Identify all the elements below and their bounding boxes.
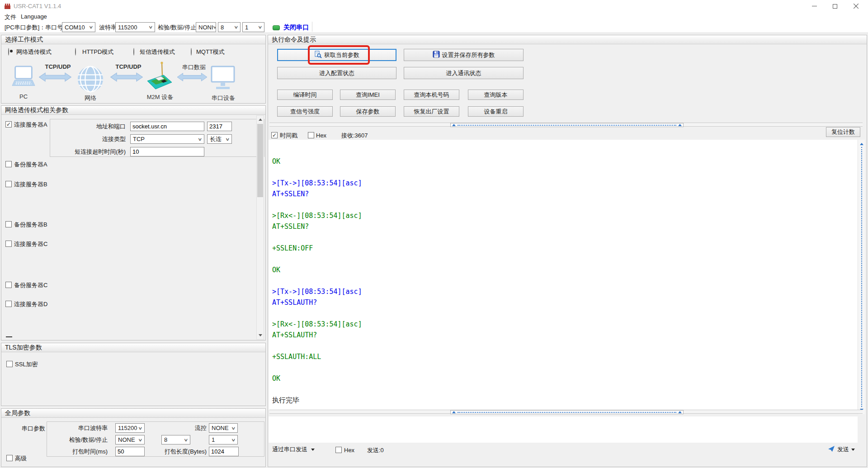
ssl-label: SSL加密 [15, 361, 38, 368]
baud-select[interactable]: 115200∨ [115, 22, 155, 32]
gp-line-label: 检验/数据/停止 [63, 435, 108, 444]
rx-hex-checkbox[interactable] [308, 132, 314, 138]
parity-select[interactable]: NONI∨ [196, 22, 216, 32]
device-restart-button[interactable]: 设备重启 [468, 106, 524, 117]
minimize-button[interactable] [804, 0, 825, 12]
tls-title: TLS加密参数 [5, 344, 42, 352]
com-port-select[interactable]: COM10∨ [62, 22, 95, 32]
query-version-button[interactable]: 查询版本 [468, 90, 524, 100]
log-line: AT+SSLAUTH? [272, 330, 858, 340]
stopbits-select[interactable]: 1∨ [242, 22, 264, 32]
gp-flow-select[interactable]: NONE∨ [209, 423, 238, 433]
rx-hex-label: Hex [316, 132, 326, 139]
log-lines: OK>[Tx->][08:53:54][asc]AT+SSLEN?>[Rx<-]… [269, 140, 858, 406]
vscroll-up-nub[interactable] [860, 141, 863, 145]
tx-hex-checkbox[interactable] [335, 447, 342, 453]
reset-counter-button[interactable]: 复位计数 [826, 127, 860, 137]
log-line: AT+SSLEN? [272, 221, 858, 232]
gp-stopbits-select[interactable]: 1∨ [209, 435, 238, 444]
set-save-all-button[interactable]: 设置并保存所有参数 [404, 49, 524, 61]
log-vscrollbar[interactable] [858, 140, 865, 414]
close-button[interactable] [845, 0, 866, 12]
send-via-serial-dropdown[interactable]: 通过串口发送 [272, 446, 315, 453]
databits-select[interactable]: 8∨ [218, 22, 241, 32]
arrow-m2m-serial-icon [177, 71, 207, 84]
factory-reset-button[interactable]: 恢复出厂设置 [404, 106, 459, 117]
log-line [272, 275, 858, 286]
backup-server-b-label: 备份服务器B [14, 221, 47, 228]
hscroll-thumb-top[interactable] [450, 123, 684, 127]
server-address-input[interactable] [130, 122, 204, 131]
short-conn-timeout-input[interactable] [130, 147, 204, 156]
menu-language[interactable]: Language [21, 13, 47, 20]
log-line: AT+SSLEN? [272, 189, 858, 199]
network-globe-icon [77, 66, 104, 94]
link2-label: TCP/UDP [112, 63, 145, 70]
gp-baud-select[interactable]: 115200∨ [115, 423, 145, 433]
gp-packlen-label: 打包长度(Bytes) [163, 447, 207, 456]
app-window: USR-CAT1 V1.1.4 文件 Language [PC串口参数]：串口号… [0, 0, 868, 468]
send-button[interactable]: 发送 [828, 445, 855, 454]
close-serial-button[interactable]: 关闭串口 [273, 24, 309, 32]
gp-parity-select[interactable]: NONE∨ [115, 435, 145, 444]
backup-server-b-checkbox[interactable] [5, 221, 12, 227]
chevron-down-icon [311, 449, 315, 451]
advanced-checkbox[interactable] [6, 455, 13, 461]
gp-packtime-input[interactable] [115, 447, 145, 456]
command-panel-title: 执行命令及提示 [272, 36, 316, 44]
net-params-scrollbar[interactable] [256, 115, 264, 340]
save-params-button[interactable]: 保存参数 [340, 106, 396, 117]
baud-label: 波特率 [99, 24, 117, 32]
server-c-checkbox[interactable] [5, 241, 12, 247]
gp-flow-label: 流控 [172, 423, 207, 433]
keepalive-select[interactable]: 长连∨ [207, 134, 232, 144]
log-hscrollbar-bottom[interactable] [269, 410, 863, 414]
radio-sms-passthrough-label: 短信透传模式 [140, 48, 175, 56]
radio-sms-passthrough[interactable] [133, 48, 134, 56]
server-port-input[interactable] [207, 122, 232, 131]
addr-port-label: 地址和端口 [52, 122, 126, 131]
net-params-title: 网络透传模式相关参数 [5, 106, 68, 114]
server-d-label: 连接服务器D [14, 301, 47, 308]
send-chevron-icon [851, 449, 855, 451]
query-imei-button[interactable]: 查询IMEI [340, 90, 396, 100]
serial-device-icon [211, 66, 235, 92]
query-signal-button[interactable]: 查信号强度 [277, 106, 333, 117]
server-d-checkbox[interactable] [5, 301, 12, 307]
scroll-down-arrow[interactable] [257, 331, 264, 339]
server-b-checkbox[interactable] [5, 181, 12, 187]
hscroll-thumb-bottom[interactable] [450, 410, 684, 414]
arrow-net-m2m-icon [110, 71, 143, 84]
log-line: >[Tx->][08:53:54][asc] [272, 178, 858, 189]
backup-server-a-checkbox[interactable] [5, 161, 12, 167]
radio-net-passthrough[interactable] [8, 48, 9, 56]
conn-type-select[interactable]: TCP∨ [130, 134, 204, 144]
timestamp-checkbox[interactable] [271, 132, 278, 138]
compile-time-button[interactable]: 编译时间 [277, 90, 333, 100]
enter-config-button[interactable]: 进入配置状态 [277, 67, 396, 79]
close-serial-label: 关闭串口 [283, 24, 309, 32]
menu-bar [0, 12, 868, 20]
server-a-checkbox[interactable] [5, 121, 12, 128]
gp-baud-label: 串口波特率 [63, 423, 108, 433]
enter-comm-button[interactable]: 进入通讯状态 [404, 67, 524, 79]
port-open-icon [273, 25, 280, 30]
receive-log-area[interactable]: OK>[Tx->][08:53:54][asc]AT+SSLEN?>[Rx<-]… [269, 140, 858, 410]
server-b-label: 连接服务器B [14, 181, 47, 188]
query-phone-number-button[interactable]: 查询本机号码 [404, 90, 459, 100]
gp-packlen-input[interactable] [209, 447, 239, 456]
log-line: OK [272, 265, 858, 275]
send-text-area[interactable] [269, 416, 858, 443]
log-hscrollbar-top[interactable] [269, 123, 863, 127]
maximize-button[interactable] [825, 0, 845, 12]
short-conn-timeout-label: 短连接超时时间(秒) [52, 147, 126, 156]
gp-databits-select[interactable]: 8∨ [161, 435, 190, 444]
radio-httpd[interactable] [75, 48, 76, 56]
backup-server-c-checkbox[interactable] [5, 282, 12, 288]
radio-mqtt[interactable] [191, 48, 192, 56]
server-c-label: 连接服务器C [14, 241, 47, 248]
scroll-thumb[interactable] [257, 124, 263, 197]
ssl-checkbox[interactable] [6, 361, 13, 367]
vscroll-dotted-line [861, 147, 862, 407]
scroll-up-arrow[interactable] [257, 116, 264, 123]
